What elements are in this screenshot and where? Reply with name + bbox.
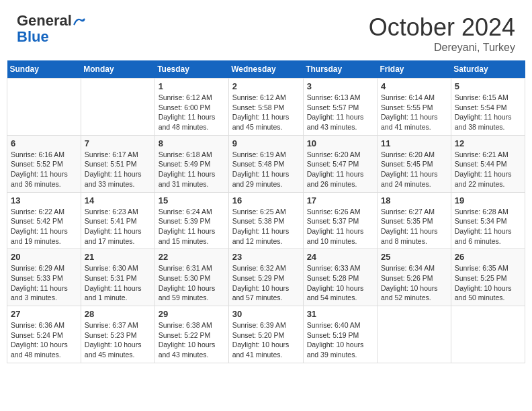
calendar-cell: 8Sunrise: 6:18 AMSunset: 5:49 PMDaylight… [154, 135, 228, 192]
day-number: 14 [85, 195, 151, 205]
calendar-cell: 3Sunrise: 6:13 AMSunset: 5:57 PMDaylight… [303, 79, 377, 136]
day-info: Sunrise: 6:19 AMSunset: 5:48 PMDaylight:… [232, 150, 300, 189]
day-info: Sunrise: 6:35 AMSunset: 5:25 PMDaylight:… [455, 263, 521, 303]
day-number: 23 [232, 252, 300, 262]
page-header: General Blue October 2024 Dereyani, Turk… [7, 7, 525, 57]
calendar-cell: 25Sunrise: 6:34 AMSunset: 5:26 PMDayligh… [377, 249, 451, 306]
col-header-thursday: Thursday [303, 60, 377, 79]
day-info: Sunrise: 6:39 AMSunset: 5:20 PMDaylight:… [232, 320, 300, 360]
day-info: Sunrise: 6:16 AMSunset: 5:52 PMDaylight:… [11, 150, 77, 189]
day-info: Sunrise: 6:34 AMSunset: 5:26 PMDaylight:… [381, 263, 447, 303]
calendar-cell [81, 79, 154, 136]
col-header-saturday: Saturday [451, 60, 525, 79]
day-info: Sunrise: 6:17 AMSunset: 5:51 PMDaylight:… [85, 150, 151, 189]
day-info: Sunrise: 6:24 AMSunset: 5:39 PMDaylight:… [159, 207, 225, 246]
day-info: Sunrise: 6:36 AMSunset: 5:24 PMDaylight:… [11, 320, 77, 360]
calendar-cell: 15Sunrise: 6:24 AMSunset: 5:39 PMDayligh… [154, 192, 228, 249]
day-info: Sunrise: 6:23 AMSunset: 5:41 PMDaylight:… [85, 207, 151, 246]
col-header-sunday: Sunday [7, 60, 81, 79]
day-number: 10 [307, 138, 373, 148]
calendar-week-row: 13Sunrise: 6:22 AMSunset: 5:42 PMDayligh… [7, 192, 525, 249]
day-info: Sunrise: 6:25 AMSunset: 5:38 PMDaylight:… [232, 207, 300, 246]
calendar-cell: 10Sunrise: 6:20 AMSunset: 5:47 PMDayligh… [303, 135, 377, 192]
calendar-cell: 23Sunrise: 6:32 AMSunset: 5:29 PMDayligh… [228, 249, 303, 306]
day-number: 5 [455, 81, 521, 91]
day-number: 30 [232, 309, 300, 319]
calendar-cell: 21Sunrise: 6:30 AMSunset: 5:31 PMDayligh… [81, 249, 154, 306]
day-number: 21 [85, 252, 151, 262]
calendar-cell: 14Sunrise: 6:23 AMSunset: 5:41 PMDayligh… [81, 192, 154, 249]
calendar-cell: 24Sunrise: 6:33 AMSunset: 5:28 PMDayligh… [303, 249, 377, 306]
calendar-cell: 12Sunrise: 6:21 AMSunset: 5:44 PMDayligh… [451, 135, 525, 192]
calendar-cell: 7Sunrise: 6:17 AMSunset: 5:51 PMDaylight… [81, 135, 154, 192]
day-info: Sunrise: 6:31 AMSunset: 5:30 PMDaylight:… [159, 263, 225, 303]
day-info: Sunrise: 6:27 AMSunset: 5:35 PMDaylight:… [381, 207, 447, 246]
calendar-week-row: 27Sunrise: 6:36 AMSunset: 5:24 PMDayligh… [7, 306, 525, 363]
day-info: Sunrise: 6:28 AMSunset: 5:34 PMDaylight:… [455, 207, 521, 246]
calendar-cell: 6Sunrise: 6:16 AMSunset: 5:52 PMDaylight… [7, 135, 81, 192]
day-number: 18 [381, 195, 447, 205]
logo: General Blue [17, 13, 85, 46]
day-number: 11 [381, 138, 447, 148]
day-info: Sunrise: 6:12 AMSunset: 5:58 PMDaylight:… [232, 93, 300, 132]
day-info: Sunrise: 6:14 AMSunset: 5:55 PMDaylight:… [381, 93, 447, 132]
calendar-cell: 9Sunrise: 6:19 AMSunset: 5:48 PMDaylight… [228, 135, 303, 192]
day-info: Sunrise: 6:20 AMSunset: 5:47 PMDaylight:… [307, 150, 373, 189]
day-number: 12 [455, 138, 521, 148]
calendar-cell: 2Sunrise: 6:12 AMSunset: 5:58 PMDaylight… [228, 79, 303, 136]
day-info: Sunrise: 6:12 AMSunset: 6:00 PMDaylight:… [159, 93, 225, 132]
calendar-header-row: SundayMondayTuesdayWednesdayThursdayFrid… [7, 60, 525, 79]
calendar-week-row: 20Sunrise: 6:29 AMSunset: 5:33 PMDayligh… [7, 249, 525, 306]
day-number: 7 [85, 138, 151, 148]
day-info: Sunrise: 6:37 AMSunset: 5:23 PMDaylight:… [85, 320, 151, 360]
calendar-cell: 20Sunrise: 6:29 AMSunset: 5:33 PMDayligh… [7, 249, 81, 306]
calendar-table: SundayMondayTuesdayWednesdayThursdayFrid… [7, 60, 525, 363]
day-number: 28 [85, 309, 151, 319]
day-info: Sunrise: 6:22 AMSunset: 5:42 PMDaylight:… [11, 207, 77, 246]
calendar-week-row: 6Sunrise: 6:16 AMSunset: 5:52 PMDaylight… [7, 135, 525, 192]
day-number: 20 [11, 252, 77, 262]
calendar-cell: 16Sunrise: 6:25 AMSunset: 5:38 PMDayligh… [228, 192, 303, 249]
calendar-cell: 30Sunrise: 6:39 AMSunset: 5:20 PMDayligh… [228, 306, 303, 363]
calendar-cell: 17Sunrise: 6:26 AMSunset: 5:37 PMDayligh… [303, 192, 377, 249]
calendar-cell: 22Sunrise: 6:31 AMSunset: 5:30 PMDayligh… [154, 249, 228, 306]
logo-blue-text: Blue [17, 28, 49, 46]
calendar-cell: 26Sunrise: 6:35 AMSunset: 5:25 PMDayligh… [451, 249, 525, 306]
title-block: October 2024 Dereyani, Turkey [369, 13, 515, 54]
day-number: 26 [455, 252, 521, 262]
month-title: October 2024 [369, 13, 515, 42]
day-number: 15 [159, 195, 225, 205]
day-info: Sunrise: 6:29 AMSunset: 5:33 PMDaylight:… [11, 263, 77, 303]
day-number: 29 [159, 309, 225, 319]
calendar-cell: 27Sunrise: 6:36 AMSunset: 5:24 PMDayligh… [7, 306, 81, 363]
day-info: Sunrise: 6:18 AMSunset: 5:49 PMDaylight:… [159, 150, 225, 189]
day-info: Sunrise: 6:40 AMSunset: 5:19 PMDaylight:… [307, 320, 373, 360]
day-number: 27 [11, 309, 77, 319]
day-number: 1 [159, 81, 225, 91]
col-header-monday: Monday [81, 60, 154, 79]
logo-general-text: General [17, 13, 72, 28]
day-number: 3 [307, 81, 373, 91]
day-info: Sunrise: 6:38 AMSunset: 5:22 PMDaylight:… [159, 320, 225, 360]
logo-icon [73, 15, 85, 27]
day-info: Sunrise: 6:32 AMSunset: 5:29 PMDaylight:… [232, 263, 300, 303]
calendar-cell [451, 306, 525, 363]
calendar-week-row: 1Sunrise: 6:12 AMSunset: 6:00 PMDaylight… [7, 79, 525, 136]
day-info: Sunrise: 6:15 AMSunset: 5:54 PMDaylight:… [455, 93, 521, 132]
day-number: 22 [159, 252, 225, 262]
day-number: 25 [381, 252, 447, 262]
calendar-cell: 28Sunrise: 6:37 AMSunset: 5:23 PMDayligh… [81, 306, 154, 363]
calendar-cell: 29Sunrise: 6:38 AMSunset: 5:22 PMDayligh… [154, 306, 228, 363]
day-number: 4 [381, 81, 447, 91]
col-header-friday: Friday [377, 60, 451, 79]
calendar-cell: 5Sunrise: 6:15 AMSunset: 5:54 PMDaylight… [451, 79, 525, 136]
calendar-cell: 31Sunrise: 6:40 AMSunset: 5:19 PMDayligh… [303, 306, 377, 363]
col-header-tuesday: Tuesday [154, 60, 228, 79]
day-number: 19 [455, 195, 521, 205]
day-info: Sunrise: 6:13 AMSunset: 5:57 PMDaylight:… [307, 93, 373, 132]
day-number: 17 [307, 195, 373, 205]
calendar-cell: 13Sunrise: 6:22 AMSunset: 5:42 PMDayligh… [7, 192, 81, 249]
day-number: 16 [232, 195, 300, 205]
day-info: Sunrise: 6:30 AMSunset: 5:31 PMDaylight:… [85, 263, 151, 303]
calendar-cell: 4Sunrise: 6:14 AMSunset: 5:55 PMDaylight… [377, 79, 451, 136]
